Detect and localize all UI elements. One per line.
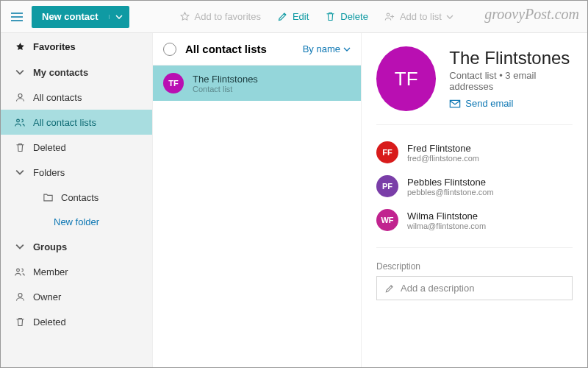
sidebar-section-groups[interactable]: Groups: [1, 234, 152, 259]
pencil-icon: [277, 11, 288, 22]
sidebar-item-member[interactable]: Member: [1, 259, 152, 284]
list-item[interactable]: TF The Flintstones Contact list: [153, 66, 361, 101]
new-contact-dropdown[interactable]: [109, 15, 129, 19]
sidebar-item-all-contacts[interactable]: All contacts: [1, 85, 152, 110]
add-to-list-icon: [384, 11, 395, 22]
sort-label: By name: [303, 43, 340, 54]
add-to-list-button[interactable]: Add to list: [379, 8, 459, 25]
edit-label: Edit: [293, 11, 309, 22]
toolbar-actions: Add to favorites Edit Delete Add to list: [173, 8, 459, 25]
star-icon: [179, 11, 190, 22]
edit-button[interactable]: Edit: [271, 8, 315, 25]
add-to-favorites-label: Add to favorites: [195, 11, 261, 22]
list-header: All contact lists By name: [153, 33, 361, 66]
member-list: FFFred Flintstonefred@flintstone.comPFPe…: [376, 125, 573, 248]
member-email: fred@flintstone.com: [407, 154, 479, 163]
sidebar-item-group-deleted[interactable]: Deleted: [1, 309, 152, 334]
trash-icon: [325, 11, 336, 22]
sidebar-item-owner[interactable]: Owner: [1, 284, 152, 309]
folders-label: Folders: [33, 167, 65, 178]
description-label: Description: [376, 261, 573, 272]
add-to-list-label: Add to list: [400, 11, 442, 22]
member-avatar: FF: [376, 141, 398, 163]
chevron-down-icon: [14, 66, 26, 78]
member-row[interactable]: WFWilma Flintstonewilma@flintstone.com: [376, 203, 573, 237]
favorites-label: Favorites: [33, 41, 76, 52]
sidebar-item-favorites[interactable]: Favorites: [1, 33, 152, 60]
deleted-label: Deleted: [33, 142, 66, 153]
member-label: Member: [33, 266, 68, 277]
description-placeholder: Add a description: [401, 283, 474, 294]
mail-icon: [449, 99, 461, 108]
send-email-label: Send email: [465, 98, 513, 109]
list-item-avatar: TF: [163, 73, 184, 93]
list-item-title: The Flintstones: [193, 74, 258, 85]
detail-subtitle: Contact list • 3 email addresses: [449, 70, 573, 92]
contact-list-pane: All contact lists By name TF The Flintst…: [153, 33, 362, 367]
chevron-down-icon: [446, 15, 453, 19]
new-folder-label: New folder: [54, 216, 99, 227]
add-to-favorites-button[interactable]: Add to favorites: [173, 8, 267, 25]
group-member-icon: [14, 266, 26, 277]
chevron-down-icon: [343, 47, 351, 52]
list-header-title: All contact lists: [185, 43, 294, 55]
detail-avatar: TF: [376, 46, 436, 111]
people-icon: [14, 116, 26, 128]
sidebar-item-deleted[interactable]: Deleted: [1, 135, 152, 160]
body-layout: Favorites My contacts All contacts All c…: [1, 33, 587, 367]
new-contact-button[interactable]: New contact: [32, 6, 129, 28]
member-name: Pebbles Flintstone: [407, 177, 494, 188]
star-filled-icon: [14, 40, 26, 52]
list-body: TF The Flintstones Contact list: [153, 66, 361, 367]
sort-button[interactable]: By name: [303, 43, 351, 54]
member-avatar: WF: [376, 209, 398, 231]
watermark-brand: groovyPost.com: [484, 6, 579, 23]
delete-label: Delete: [340, 11, 368, 22]
member-email: pebbles@flintstone.com: [407, 188, 494, 197]
detail-title: The Flintstones: [449, 48, 573, 68]
member-email: wilma@flintstone.com: [407, 222, 486, 230]
sidebar-item-all-contact-lists[interactable]: All contact lists: [1, 110, 152, 135]
sidebar-section-my-contacts[interactable]: My contacts: [1, 60, 152, 85]
toolbar: New contact Add to favorites Edit: [1, 1, 587, 33]
contacts-folder-icon: [42, 191, 54, 203]
my-contacts-label: My contacts: [33, 67, 88, 78]
trash-icon: [14, 316, 26, 328]
member-row[interactable]: FFFred Flintstonefred@flintstone.com: [376, 135, 573, 169]
folder-contacts-label: Contacts: [61, 192, 98, 203]
all-contact-lists-label: All contact lists: [33, 117, 96, 128]
groups-label: Groups: [33, 241, 67, 252]
person-icon: [14, 291, 26, 302]
sidebar-item-folder-contacts[interactable]: Contacts: [1, 185, 152, 210]
trash-icon: [14, 141, 26, 153]
new-contact-label[interactable]: New contact: [32, 11, 109, 22]
app-frame: New contact Add to favorites Edit: [0, 0, 588, 368]
member-name: Wilma Flintstone: [407, 210, 486, 222]
list-item-subtitle: Contact list: [193, 85, 258, 93]
person-icon: [14, 91, 26, 103]
owner-label: Owner: [33, 291, 61, 302]
delete-button[interactable]: Delete: [319, 8, 374, 25]
sidebar-section-folders[interactable]: Folders: [1, 160, 152, 185]
sidebar-new-folder-link[interactable]: New folder: [1, 210, 152, 234]
sidebar: Favorites My contacts All contacts All c…: [1, 33, 153, 367]
member-name: Fred Flintstone: [407, 143, 479, 154]
send-email-link[interactable]: Send email: [449, 98, 573, 109]
detail-pane: TF The Flintstones Contact list • 3 emai…: [362, 33, 587, 367]
chevron-down-icon: [14, 241, 26, 252]
chevron-down-icon: [14, 166, 26, 178]
hamburger-icon[interactable]: [5, 13, 29, 21]
detail-header: TF The Flintstones Contact list • 3 emai…: [376, 46, 573, 125]
pencil-icon: [384, 283, 395, 294]
member-avatar: PF: [376, 175, 398, 197]
select-all-toggle[interactable]: [163, 43, 176, 56]
member-row[interactable]: PFPebbles Flintstonepebbles@flintstone.c…: [376, 169, 573, 203]
add-description-input[interactable]: Add a description: [376, 276, 573, 300]
all-contacts-label: All contacts: [33, 92, 82, 103]
group-deleted-label: Deleted: [33, 316, 66, 328]
